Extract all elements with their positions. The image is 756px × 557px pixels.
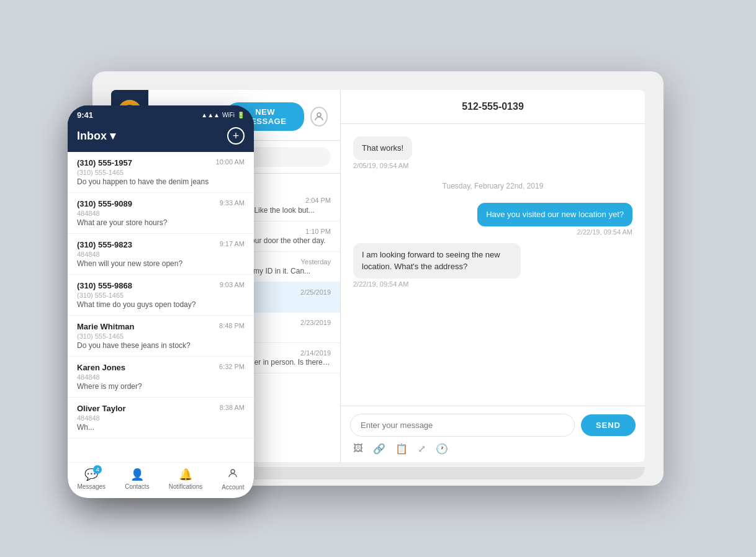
phone-conv-item[interactable]: Oliver Taylor 8:38 AM 484848 Wh... xyxy=(68,398,254,439)
phone-bottom-nav: 💬 4 Messages 👤 Contacts 🔔 Notifications xyxy=(68,462,254,498)
svg-point-2 xyxy=(317,113,321,117)
link-icon[interactable]: 🔗 xyxy=(373,443,385,455)
phone-conv-item[interactable]: (310) 555-9089 9:33 AM 484848 What are y… xyxy=(68,193,254,234)
conv-time: Yesterday xyxy=(300,258,331,265)
expand-icon[interactable]: ⤢ xyxy=(418,443,426,455)
phone-conv-time: 8:48 PM xyxy=(219,322,245,331)
conv-time: 2/14/2019 xyxy=(300,349,331,357)
chat-toolbar: 🖼 🔗 📋 ⤢ 🕐 xyxy=(350,443,636,455)
phone-conv-preview: Do you happen to have the denim jeans xyxy=(77,177,245,186)
phone-conv-item[interactable]: (310) 555-9823 9:17 AM 484848 When will … xyxy=(68,234,254,275)
conv-time: 2:04 PM xyxy=(305,197,331,204)
phone-nav-messages[interactable]: 💬 4 Messages xyxy=(78,468,106,491)
phone-conv-item[interactable]: Marie Whitman 8:48 PM (310) 555-1465 Do … xyxy=(68,316,254,357)
signal-icon: ▲▲▲ xyxy=(201,112,220,118)
messages-nav-label: Messages xyxy=(78,483,106,490)
phone-nav-notifications[interactable]: 🔔 Notifications xyxy=(169,468,202,491)
phone-conv-item[interactable]: (310) 555-9868 9:03 AM (310) 555-1465 Wh… xyxy=(68,275,254,316)
phone-time: 9:41 xyxy=(77,110,93,120)
notifications-nav-label: Notifications xyxy=(169,483,202,490)
profile-icon[interactable] xyxy=(310,107,328,127)
clock-icon[interactable]: 🕐 xyxy=(436,443,448,455)
phone-conv-time: 6:32 PM xyxy=(219,363,245,372)
chat-header: 512-555-0139 xyxy=(341,90,645,124)
phone-conv-sub: 484848 xyxy=(77,210,245,217)
conv-time: 2/23/2019 xyxy=(300,319,331,326)
phone-conv-time: 9:33 AM xyxy=(220,199,245,208)
phone-conv-number: (310) 555-1957 xyxy=(77,158,132,167)
phone-conv-time: 8:38 AM xyxy=(220,404,245,413)
phone-conv-preview: What are your store hours? xyxy=(77,218,245,227)
messages-badge: 4 xyxy=(93,465,102,474)
phone-conv-number: (310) 555-9089 xyxy=(77,199,132,208)
phone-conv-number: Marie Whitman xyxy=(77,322,134,331)
phone-conv-time: 10:00 AM xyxy=(216,158,245,167)
phone-nav-contacts[interactable]: 👤 Contacts xyxy=(125,468,149,491)
phone-status-bar: 9:41 ▲▲▲ WiFi 🔋 xyxy=(68,105,254,122)
phone-conv-preview: When will your new store open? xyxy=(77,259,245,268)
phone-frame: 9:41 ▲▲▲ WiFi 🔋 Inbox ▾ + (310) 555-1957… xyxy=(68,105,254,498)
phone-conv-preview: Where is my order? xyxy=(77,382,245,391)
image-icon[interactable]: 🖼 xyxy=(353,443,363,455)
chat-area: 512-555-0139 That works! 2/05/19, 09:54 … xyxy=(341,90,645,462)
messages-nav-icon: 💬 4 xyxy=(84,468,98,481)
phone-conv-time: 9:17 AM xyxy=(220,240,245,249)
contacts-nav-label: Contacts xyxy=(125,483,149,490)
chat-input[interactable] xyxy=(350,414,575,437)
phone-add-button[interactable]: + xyxy=(227,127,245,145)
phone-conv-preview: What time do you guys open today? xyxy=(77,300,245,309)
message-bubble: Have you visited our new location yet? xyxy=(477,203,632,226)
phone-inbox-header: Inbox ▾ + xyxy=(68,122,254,152)
phone-conv-number: (310) 555-9823 xyxy=(77,240,132,249)
phone-conv-sub: (310) 555-1465 xyxy=(77,332,245,340)
phone-conv-sub: (310) 555-1465 xyxy=(77,169,245,176)
phone-conv-sub: 484848 xyxy=(77,414,245,422)
notifications-nav-icon: 🔔 xyxy=(179,468,192,481)
conv-time: 1:10 PM xyxy=(305,228,331,235)
phone-conv-preview: Do you have these jeans in stock? xyxy=(77,341,245,350)
phone-conv-sub: 484848 xyxy=(77,373,245,381)
message-group-incoming2: I am looking forward to seeing the new l… xyxy=(353,243,632,287)
message-group-outgoing1: Have you visited our new location yet? 2… xyxy=(353,203,632,236)
message-timestamp: 2/05/19, 09:54 AM xyxy=(353,162,408,169)
battery-icon: 🔋 xyxy=(237,112,245,118)
message-timestamp: 2/22/19, 09:54 AM xyxy=(353,280,408,288)
phone-conv-sub: (310) 555-1465 xyxy=(77,292,245,299)
wifi-icon: WiFi xyxy=(222,112,235,118)
phone-conv-item[interactable]: Karen Jones 6:32 PM 484848 Where is my o… xyxy=(68,357,254,398)
chat-messages: That works! 2/05/19, 09:54 AM Tuesday, F… xyxy=(341,124,645,406)
phone-conv-number: Oliver Taylor xyxy=(77,404,126,413)
svg-point-0 xyxy=(231,470,235,473)
phone-conv-sub: 484848 xyxy=(77,251,245,258)
conv-time: 2/25/2019 xyxy=(300,288,331,296)
message-bubble: That works! xyxy=(353,136,412,160)
chat-input-area: SEND 🖼 🔗 📋 ⤢ 🕐 xyxy=(341,406,645,462)
phone-conv-preview: Wh... xyxy=(77,423,245,432)
phone-status-icons: ▲▲▲ WiFi 🔋 xyxy=(201,112,245,118)
contacts-nav-icon: 👤 xyxy=(130,468,144,481)
message-bubble: I am looking forward to seeing the new l… xyxy=(353,243,521,278)
notes-icon[interactable]: 📋 xyxy=(395,443,408,455)
phone-conv-number: (310) 555-9868 xyxy=(77,281,132,290)
account-nav-icon xyxy=(227,468,238,482)
phone-conv-item[interactable]: (310) 555-1957 10:00 AM (310) 555-1465 D… xyxy=(68,152,254,193)
phone-conv-number: Karen Jones xyxy=(77,363,125,372)
message-group-incoming1: That works! 2/05/19, 09:54 AM xyxy=(353,136,632,169)
phone-conversation-list: (310) 555-1957 10:00 AM (310) 555-1465 D… xyxy=(68,152,254,462)
phone-conv-time: 9:03 AM xyxy=(220,281,245,290)
date-divider: Tuesday, February 22nd, 2019 xyxy=(353,182,632,190)
account-nav-label: Account xyxy=(222,484,244,491)
message-timestamp: 2/22/19, 09:54 AM xyxy=(577,228,632,236)
send-button[interactable]: SEND xyxy=(581,414,636,436)
phone-nav-account[interactable]: Account xyxy=(222,468,244,491)
phone-inbox-title[interactable]: Inbox ▾ xyxy=(77,129,115,143)
